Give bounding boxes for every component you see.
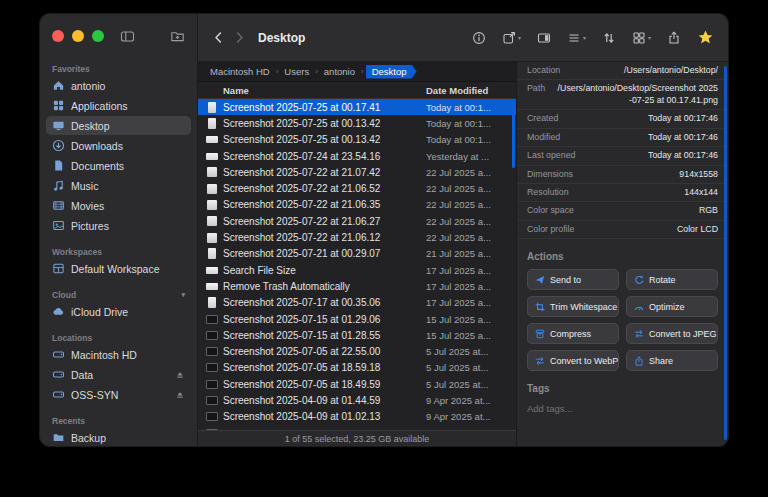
action-button[interactable]: Convert to WebP [527, 350, 619, 371]
sidebar-item-label: Music [71, 180, 169, 192]
action-button[interactable]: Optimize [626, 296, 718, 317]
action-button[interactable]: Send to [527, 269, 619, 290]
sidebar-item-label: antonio [71, 80, 169, 92]
Screenshot 2025-07-17 at 00.35.06[interactable]: Screenshot 2025-07-17 at 00.35.06 17 Jul… [198, 295, 516, 311]
action-button-icon [634, 275, 644, 285]
info-icon[interactable] [472, 31, 486, 45]
file-thumbnail-icon [206, 248, 218, 260]
sidebar-item[interactable]: Desktop [46, 116, 191, 135]
action-button[interactable]: Compress [527, 323, 619, 344]
info-field-label: Path [527, 83, 545, 93]
[interactable] [198, 425, 516, 430]
file-thumbnail-icon [206, 394, 218, 406]
Screenshot 2025-07-22 at 21.06.12[interactable]: Screenshot 2025-07-22 at 21.06.12 22 Jul… [198, 229, 516, 245]
file-name: Screenshot 2025-07-21 at 00.29.07 [223, 248, 421, 259]
sort-icon[interactable] [602, 31, 616, 45]
sidebar-item-label: Desktop [71, 120, 169, 132]
Screenshot 2025-04-09 at 01.02.13[interactable]: Screenshot 2025-04-09 at 01.02.13 9 Apr … [198, 409, 516, 425]
breadcrumb-item[interactable]: Users › [280, 65, 319, 78]
breadcrumb-label: Macintosh HD [206, 65, 274, 78]
Screenshot 2025-07-22 at 21.07.42[interactable]: Screenshot 2025-07-22 at 21.07.42 22 Jul… [198, 164, 516, 180]
Screenshot 2025-04-09 at 01.44.59[interactable]: Screenshot 2025-04-09 at 01.44.59 9 Apr … [198, 392, 516, 408]
Remove Trash Automatically[interactable]: Remove Trash Automatically 17 Jul 2025 a… [198, 278, 516, 294]
breadcrumb-item[interactable]: Macintosh HD › [206, 65, 280, 78]
close-button[interactable] [52, 30, 64, 42]
sidebar-item[interactable]: Macintosh HD [46, 345, 191, 364]
sidebar-toggle-icon[interactable] [120, 29, 135, 44]
file-name: Screenshot 2025-07-05 at 22.55.00 [223, 346, 421, 357]
Search File Size[interactable]: Search File Size 17 Jul 2025 a... [198, 262, 516, 278]
file-thumbnail-icon [206, 297, 218, 309]
list-view-icon[interactable]: ▾ [567, 31, 586, 45]
open-with-icon[interactable]: ▾ [502, 31, 521, 45]
file-name: Screenshot 2025-07-17 at 00.35.06 [223, 297, 421, 308]
chevron-separator-icon: › [276, 67, 279, 76]
file-name: Screenshot 2025-07-24 at 23.54.16 [223, 151, 421, 162]
Screenshot 2025-07-15 at 01.29.06[interactable]: Screenshot 2025-07-15 at 01.29.06 15 Jul… [198, 311, 516, 327]
Screenshot 2025-07-21 at 00.29.07[interactable]: Screenshot 2025-07-21 at 00.29.07 21 Jul… [198, 246, 516, 262]
back-button[interactable] [212, 31, 225, 44]
inspector-scrollbar[interactable] [724, 66, 727, 440]
sidebar-item[interactable]: Default Workspace [46, 259, 191, 278]
preview-pane-icon[interactable] [537, 31, 551, 45]
sidebar-list: Favorites ▾ Favorites antonio ▾ antonio [40, 58, 197, 446]
info-field-label: Color profile [527, 224, 574, 234]
action-button[interactable]: Rotate [626, 269, 718, 290]
Screenshot 2025-07-22 at 21.06.27[interactable]: Screenshot 2025-07-22 at 21.06.27 22 Jul… [198, 213, 516, 229]
sidebar-item[interactable]: Documents [46, 156, 191, 175]
sidebar-section-header: Favorites ▾ [40, 62, 197, 75]
sidebar-item[interactable]: OSS-SYN [46, 385, 191, 404]
Screenshot 2025-07-24 at 23.54.16[interactable]: Screenshot 2025-07-24 at 23.54.16 Yester… [198, 148, 516, 164]
content-area: Macintosh HD › Users › antonio › Desktop… [198, 62, 728, 446]
breadcrumb-label: antonio [320, 65, 359, 78]
sidebar-item[interactable]: antonio [46, 76, 191, 95]
info-field-label: Color space [527, 205, 574, 215]
sidebar-item[interactable]: Music [46, 176, 191, 195]
file-thumbnail-icon [206, 117, 218, 129]
Screenshot 2025-07-25 at 00.17.41[interactable]: Screenshot 2025-07-25 at 00.17.41 Today … [198, 99, 516, 115]
group-view-icon[interactable]: ▾ [632, 31, 651, 45]
action-button[interactable]: Trim Whitespace [527, 296, 619, 317]
sidebar-item[interactable]: Backup [46, 428, 191, 446]
share-icon[interactable] [667, 31, 681, 45]
sidebar-item[interactable]: Data [46, 365, 191, 384]
Screenshot 2025-07-05 at 18.49.59[interactable]: Screenshot 2025-07-05 at 18.49.59 5 Jul … [198, 376, 516, 392]
eject-icon[interactable] [175, 370, 185, 380]
Screenshot 2025-07-22 at 21.06.35[interactable]: Screenshot 2025-07-22 at 21.06.35 22 Jul… [198, 197, 516, 213]
breadcrumb-item[interactable]: antonio › [320, 65, 366, 78]
quick-actions-icon[interactable] [697, 29, 714, 46]
action-button[interactable]: Share [626, 350, 718, 371]
sidebar-item[interactable]: Pictures [46, 216, 191, 235]
sidebar-item[interactable]: Movies [46, 196, 191, 215]
Screenshot 2025-07-22 at 21.06.52[interactable]: Screenshot 2025-07-22 at 21.06.52 22 Jul… [198, 180, 516, 196]
action-button[interactable]: Convert to JPEG [626, 323, 718, 344]
column-date-modified[interactable]: Date Modified [426, 85, 508, 96]
list-scrollbar[interactable] [512, 100, 515, 168]
column-name[interactable]: Name [206, 85, 426, 96]
forward-button[interactable] [233, 31, 246, 44]
file-date-modified: 21 Jul 2025 a... [426, 248, 508, 259]
Screenshot 2025-07-05 at 18.59.18[interactable]: Screenshot 2025-07-05 at 18.59.18 5 Jul … [198, 360, 516, 376]
sidebar-item[interactable]: Applications [46, 96, 191, 115]
file-date-modified: 17 Jul 2025 a... [426, 265, 508, 276]
Screenshot 2025-07-25 at 00.13.42[interactable]: Screenshot 2025-07-25 at 00.13.42 Today … [198, 132, 516, 148]
sidebar-item-label: Movies [71, 200, 169, 212]
sidebar-item-label: Pictures [71, 220, 169, 232]
zoom-button[interactable] [92, 30, 104, 42]
file-thumbnail-icon [206, 215, 218, 227]
breadcrumb-item[interactable]: Desktop › [366, 65, 417, 79]
sidebar-item[interactable]: iCloud Drive [46, 302, 191, 321]
Screenshot 2025-07-15 at 01.28.55[interactable]: Screenshot 2025-07-15 at 01.28.55 15 Jul… [198, 327, 516, 343]
info-field-label: Last opened [527, 150, 575, 160]
sidebar-item[interactable]: Downloads [46, 136, 191, 155]
eject-icon[interactable] [175, 390, 185, 400]
chevron-down-icon[interactable]: ▾ [181, 291, 185, 299]
sidebar-item-label: Applications [71, 100, 169, 112]
info-field: Resolution 144x144 [517, 184, 728, 202]
minimize-button[interactable] [72, 30, 84, 42]
Screenshot 2025-07-05 at 22.55.00[interactable]: Screenshot 2025-07-05 at 22.55.00 5 Jul … [198, 343, 516, 359]
new-folder-icon[interactable] [170, 29, 185, 44]
Screenshot 2025-07-25 at 00.13.42[interactable]: Screenshot 2025-07-25 at 00.13.42 Today … [198, 115, 516, 131]
tags-input[interactable] [527, 403, 718, 414]
sidebar-item-label: Documents [71, 160, 169, 172]
